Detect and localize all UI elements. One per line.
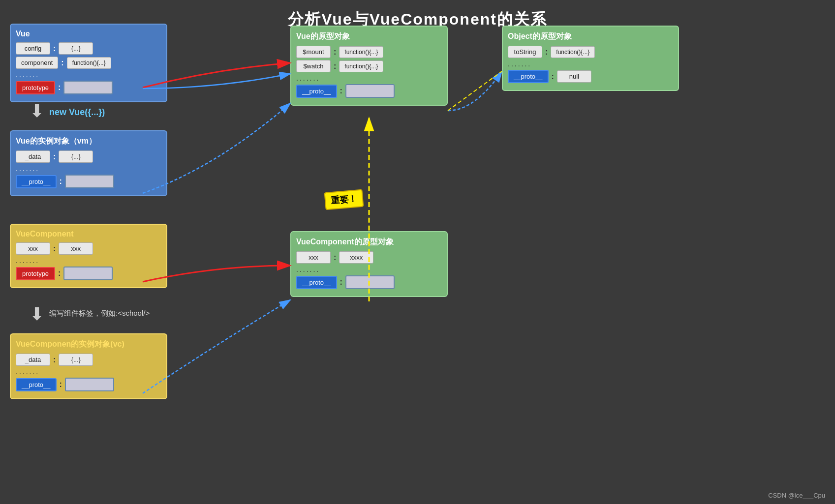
vue-proto-proto-colon: : <box>340 87 342 95</box>
vm-proto-colon: : <box>60 177 62 186</box>
vc-proto-proto-colon: : <box>340 278 342 287</box>
vc-data-value: {...} <box>59 354 93 366</box>
watch-value: function(){...} <box>339 60 383 72</box>
vue-prototype-value <box>63 81 113 94</box>
write-component-label: 编写组件标签，例如:<school/> <box>49 309 150 318</box>
tostring-value: function(){...} <box>551 46 595 58</box>
vue-prototype-label: prototype <box>16 81 55 94</box>
vc-inst-proto-label: __proto__ <box>16 378 57 391</box>
vue-box: Vue config : {...} component : function(… <box>10 24 167 102</box>
new-vue-label: new Vue({...}) <box>49 107 105 118</box>
vue-proto-dots: ....... <box>296 74 442 82</box>
tostring-label: toString <box>508 46 542 58</box>
vm-proto-value <box>65 175 114 188</box>
mount-label: $mount <box>296 46 331 58</box>
vc-proto-dots: ....... <box>296 266 442 273</box>
vm-dots: ....... <box>16 165 161 173</box>
mount-colon: : <box>334 48 336 57</box>
vue-component-box: VueComponent xxx : xxx ....... prototype… <box>10 224 167 288</box>
vc-xxx-label: xxx <box>16 242 50 255</box>
vc-proto-xxx-label: xxx <box>296 251 331 264</box>
vue-proto-proto-label: __proto__ <box>296 85 337 98</box>
vc-proto-box: VueComponent的原型对象 xxx : xxxx ....... __p… <box>290 231 448 297</box>
vc-prototype-label: prototype <box>16 267 55 280</box>
obj-proto-colon: : <box>552 72 554 81</box>
vc-instance-header: VueComponen的实例对象(vc) <box>16 339 161 350</box>
arrow-down-new-vue: ⬇ <box>30 101 44 121</box>
vm-data-label: _data <box>16 150 50 163</box>
vue-instance-box: Vue的实例对象（vm） _data : {...} ....... __pro… <box>10 130 167 196</box>
vc-proto-xxx-colon: : <box>334 253 336 262</box>
vue-box-header: Vue <box>16 30 161 38</box>
watermark: CSDN @ice___Cpu <box>768 492 825 499</box>
object-proto-box: Object的原型对象 toString : function(){...} .… <box>502 26 679 91</box>
vue-config-label: config <box>16 42 50 55</box>
vc-xxx-value: xxx <box>59 242 93 255</box>
vue-proto-header: Vue的原型对象 <box>296 31 442 42</box>
vue-config-colon: : <box>53 44 56 53</box>
vc-instance-box: VueComponen的实例对象(vc) _data : {...} .....… <box>10 333 167 399</box>
vue-proto-box: Vue的原型对象 $mount : function(){...} $watch… <box>290 26 448 106</box>
vue-proto-proto-value <box>345 84 395 98</box>
watch-label: $watch <box>296 60 331 72</box>
tostring-colon: : <box>545 48 548 57</box>
vm-data-value: {...} <box>59 150 93 163</box>
vue-config-value: {...} <box>59 42 93 55</box>
vc-xxx-colon: : <box>53 244 56 253</box>
vue-component-label: component <box>16 57 58 69</box>
arrow-down-write-component: ⬇ <box>30 304 44 325</box>
vue-instance-header: Vue的实例对象（vm） <box>16 136 161 147</box>
vc-prototype-colon: : <box>58 269 61 278</box>
vue-dots: ....... <box>16 71 161 79</box>
vc-data-label: _data <box>16 354 50 366</box>
vc-dots: ....... <box>16 257 161 265</box>
vue-component-header: VueComponent <box>16 230 161 238</box>
vc-inst-proto-value <box>65 378 114 391</box>
vc-data-colon: : <box>53 356 56 364</box>
vc-prototype-value <box>63 267 113 280</box>
important-badge: 重要！ <box>324 189 364 210</box>
object-proto-dots: ....... <box>508 60 673 68</box>
vc-inst-proto-colon: : <box>60 380 62 389</box>
vc-proto-proto-label: __proto__ <box>296 276 337 289</box>
obj-proto-label: __proto__ <box>508 70 549 83</box>
vc-inst-dots: ....... <box>16 368 161 376</box>
vc-proto-header: VueComponent的原型对象 <box>296 237 442 247</box>
obj-proto-null: null <box>557 70 591 83</box>
vue-component-value: function(){...} <box>67 57 111 69</box>
vue-component-colon: : <box>61 59 63 67</box>
vm-proto-label: __proto__ <box>16 175 57 188</box>
vc-proto-proto-value <box>345 275 395 289</box>
vm-data-colon: : <box>53 152 56 161</box>
mount-value: function(){...} <box>339 46 383 58</box>
object-proto-header: Object的原型对象 <box>508 31 673 42</box>
watch-colon: : <box>334 62 336 71</box>
vc-proto-xxx-value: xxxx <box>339 251 373 264</box>
vue-prototype-colon: : <box>58 83 61 92</box>
